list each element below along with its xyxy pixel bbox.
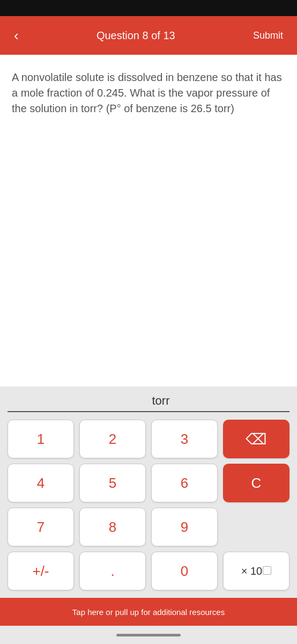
key-6[interactable]: 6 bbox=[151, 464, 218, 502]
back-button[interactable]: ‹ bbox=[10, 25, 23, 46]
key-8[interactable]: 8 bbox=[79, 508, 146, 546]
key-9[interactable]: 9 bbox=[151, 508, 218, 546]
tap-bar[interactable]: Tap here or pull up for additional resou… bbox=[0, 598, 297, 626]
question-area: A nonvolatile solute is dissolved in ben… bbox=[0, 55, 297, 386]
x10-label: × 10 bbox=[241, 565, 271, 577]
backspace-icon: ⌫ bbox=[246, 430, 267, 448]
tap-bar-label: Tap here or pull up for additional resou… bbox=[72, 608, 225, 617]
answer-display: torr bbox=[8, 386, 289, 412]
header: ‹ Question 8 of 13 Submit bbox=[0, 16, 297, 55]
display-unit: torr bbox=[152, 394, 170, 408]
header-title: Question 8 of 13 bbox=[23, 30, 249, 42]
key-4[interactable]: 4 bbox=[8, 464, 74, 502]
key-3[interactable]: 3 bbox=[151, 420, 218, 458]
key-7[interactable]: 7 bbox=[8, 508, 74, 546]
key-sign[interactable]: +/- bbox=[8, 552, 74, 590]
key-1[interactable]: 1 bbox=[8, 420, 74, 458]
bottom-bar bbox=[0, 626, 297, 644]
submit-button[interactable]: Submit bbox=[249, 28, 287, 43]
empty-cell bbox=[223, 508, 289, 546]
keypad-area: torr 1 2 3 ⌫ 4 5 6 C 7 8 9 +/- . 0 × 10 bbox=[0, 386, 297, 598]
backspace-button[interactable]: ⌫ bbox=[223, 420, 289, 458]
key-decimal[interactable]: . bbox=[79, 552, 146, 590]
status-bar bbox=[0, 0, 297, 16]
key-2[interactable]: 2 bbox=[79, 420, 146, 458]
keypad-grid: 1 2 3 ⌫ 4 5 6 C 7 8 9 +/- . 0 × 10 bbox=[0, 412, 297, 598]
key-0[interactable]: 0 bbox=[151, 552, 218, 590]
clear-button[interactable]: C bbox=[223, 464, 289, 502]
key-x10[interactable]: × 10 bbox=[223, 552, 289, 590]
key-5[interactable]: 5 bbox=[79, 464, 146, 502]
question-text: A nonvolatile solute is dissolved in ben… bbox=[12, 70, 285, 116]
home-indicator bbox=[116, 634, 181, 636]
